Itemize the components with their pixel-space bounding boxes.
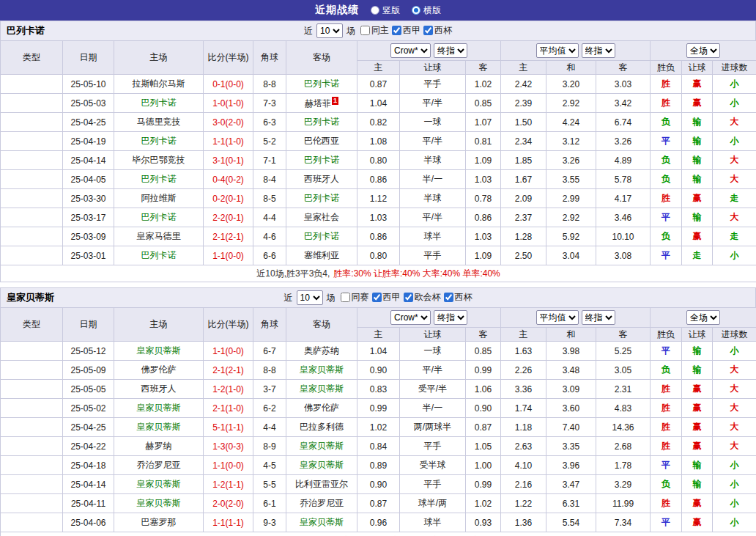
away-team-name[interactable]: 皇家贝蒂斯: [300, 441, 344, 451]
away-team-name[interactable]: 比利亚雷亚尔: [295, 479, 348, 489]
home-team-name[interactable]: 巴列卡诺: [141, 174, 177, 184]
match-count-select[interactable]: 10: [316, 23, 343, 38]
odds-source-select[interactable]: Crow*: [390, 43, 431, 58]
away-team-name[interactable]: 皇家贝蒂斯: [300, 364, 344, 375]
checkbox-input[interactable]: [372, 293, 382, 302]
away-team-name[interactable]: 巴拉多利德: [300, 422, 344, 432]
checkbox-input[interactable]: [423, 26, 433, 35]
filter-checkbox[interactable]: 西杯: [441, 291, 472, 304]
away-team-name[interactable]: 皇家贝蒂斯: [300, 460, 344, 470]
checkbox-input[interactable]: [360, 26, 370, 35]
away-team-name[interactable]: 巴列卡诺: [304, 78, 339, 89]
home-team-name[interactable]: 巴列卡诺: [141, 250, 177, 260]
home-team-name[interactable]: 巴塞罗那: [141, 517, 177, 527]
away-team-name[interactable]: 巴列卡诺: [304, 155, 339, 165]
checkbox-input[interactable]: [392, 26, 401, 35]
score: 0-1(0-0): [204, 75, 253, 94]
home-team-name[interactable]: 巴列卡诺: [141, 212, 177, 222]
odds-away: 1.05: [466, 437, 501, 456]
odds-final-select[interactable]: 终指: [434, 310, 467, 325]
layout-radio-vertical[interactable]: 竖版: [371, 4, 400, 17]
layout-radio-horizontal[interactable]: 横版: [412, 4, 441, 17]
match-result: 平: [651, 208, 682, 227]
away-team-name[interactable]: 奥萨苏纳: [304, 345, 339, 356]
score: 0-4(0-2): [204, 170, 253, 189]
avg-draw: 2.99: [546, 189, 596, 208]
odds-final-select[interactable]: 终指: [434, 43, 467, 58]
league-badge: 西甲: [1, 94, 63, 113]
checkbox-input[interactable]: [444, 293, 453, 302]
filter-checkbox[interactable]: 西杯: [420, 24, 452, 37]
home-team-name[interactable]: 皇家马德里: [137, 231, 181, 241]
avg-draw: 5.92: [546, 227, 596, 246]
away-team-name[interactable]: 巴伦西亚: [304, 136, 339, 146]
match-row: 欧会杯25-04-18乔治罗尼亚1-1(0-0)4-5皇家贝蒂斯0.89受半球1…: [1, 456, 756, 475]
avg-draw: 3.47: [546, 475, 596, 494]
league-badge: 西甲: [1, 227, 63, 246]
match-row: 西甲25-04-25皇家贝蒂斯5-1(1-1)4-4巴拉多利德1.02两/两球半…: [1, 418, 756, 437]
filter-checkbox[interactable]: 西甲: [389, 24, 420, 37]
away-team-name[interactable]: 巴列卡诺: [304, 193, 339, 203]
home-team-name[interactable]: 拉斯帕尔马斯: [133, 78, 185, 89]
league-badge: 西甲: [1, 475, 63, 494]
away-team-name[interactable]: 皇家贝蒂斯: [300, 383, 344, 394]
team-name[interactable]: 巴列卡诺: [7, 24, 45, 37]
home-team-name[interactable]: 阿拉维斯: [141, 193, 177, 203]
subcolumn-header: 让球: [682, 61, 713, 75]
filter-checkbox[interactable]: 西甲: [369, 291, 401, 304]
away-team-name[interactable]: 西班牙人: [304, 174, 339, 184]
home-team-name[interactable]: 西班牙人: [141, 383, 177, 394]
home-team-name[interactable]: 皇家贝蒂斯: [137, 403, 181, 413]
away-team-name[interactable]: 佛罗伦萨: [304, 403, 339, 413]
home-team-name[interactable]: 皇家贝蒂斯: [137, 422, 181, 432]
checkbox-input[interactable]: [404, 293, 413, 302]
home-team-name[interactable]: 乔治罗尼亚: [137, 460, 181, 470]
avg-final-select[interactable]: 终指: [582, 310, 615, 325]
goals-result: 走: [713, 189, 756, 208]
handicap-line: 平/半: [400, 208, 466, 227]
avg-final-select[interactable]: 终指: [582, 43, 615, 58]
filter-checkbox[interactable]: 同赛: [338, 291, 369, 304]
home-cell: 巴列卡诺: [114, 246, 204, 265]
match-row: 西甲25-04-05巴列卡诺0-4(0-2)8-4西班牙人0.86半/一1.03…: [1, 170, 756, 189]
avg-select[interactable]: 平均值: [536, 310, 579, 325]
home-team-name[interactable]: 皇家贝蒂斯: [137, 498, 181, 508]
away-team-name[interactable]: 塞维利亚: [304, 250, 339, 260]
corners: 8-4: [253, 170, 286, 189]
odds-away: 1.03: [466, 170, 501, 189]
avg-draw: 3.20: [546, 75, 596, 94]
away-team-name[interactable]: 巴列卡诺: [304, 117, 339, 127]
home-team-name[interactable]: 毕尔巴鄂竞技: [133, 155, 185, 165]
team-name[interactable]: 皇家贝蒂斯: [7, 291, 54, 304]
odds-away: 0.78: [466, 189, 501, 208]
avg-select[interactable]: 平均值: [536, 43, 579, 58]
rows-body: 西甲25-05-12皇家贝蒂斯1-1(0-0)6-7奥萨苏纳1.04一球0.85…: [1, 342, 756, 532]
avg-group-header: 平均值终指: [501, 308, 651, 328]
odds-away: 1.07: [466, 113, 501, 132]
scope-select[interactable]: 全场: [686, 43, 720, 58]
filter-checkbox[interactable]: 同主: [357, 24, 389, 37]
home-team-name[interactable]: 巴列卡诺: [141, 136, 177, 146]
avg-away: 2.31: [596, 380, 651, 399]
home-team-name[interactable]: 巴列卡诺: [141, 98, 177, 108]
match-result: 平: [651, 132, 682, 151]
filter-checkbox[interactable]: 欧会杯: [401, 291, 441, 304]
avg-home: 2.50: [501, 246, 546, 265]
home-team-name[interactable]: 赫罗纳: [146, 441, 172, 451]
away-team-name[interactable]: 巴列卡诺: [304, 231, 339, 241]
away-team-name[interactable]: 皇家社会: [304, 212, 339, 222]
odds-source-select[interactable]: Crow*: [390, 310, 431, 325]
away-team-name[interactable]: 皇家贝蒂斯: [300, 517, 344, 527]
home-team-name[interactable]: 皇家贝蒂斯: [137, 479, 181, 489]
home-team-name[interactable]: 皇家贝蒂斯: [137, 345, 181, 356]
avg-away: 11.99: [596, 494, 651, 513]
home-team-name[interactable]: 马德里竞技: [137, 117, 181, 127]
scope-select[interactable]: 全场: [686, 310, 720, 325]
away-team-name[interactable]: 赫塔菲: [305, 98, 331, 109]
away-team-name[interactable]: 乔治罗尼亚: [300, 498, 344, 508]
match-count-select[interactable]: 10: [297, 290, 323, 305]
checkbox-input[interactable]: [341, 293, 350, 302]
avg-away: 3.46: [596, 208, 651, 227]
home-team-name[interactable]: 佛罗伦萨: [141, 364, 177, 375]
goals-result: 走: [713, 227, 756, 246]
